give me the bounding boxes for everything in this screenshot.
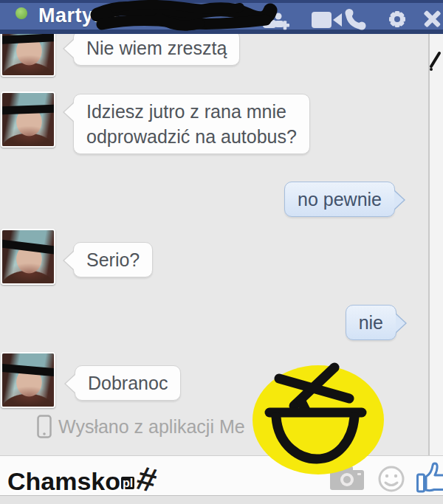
phone-call-icon[interactable] (344, 8, 366, 30)
video-call-icon[interactable] (312, 11, 343, 29)
chamsko-watermark: Chamsko pl # (7, 459, 157, 496)
incoming-message-bubble: Nie wiem zresztą (73, 30, 240, 66)
avatar-photo (2, 93, 54, 146)
incoming-message-bubble: Idziesz jutro z rana mnie odprowadzić na… (73, 94, 310, 154)
contact-avatar[interactable] (1, 352, 55, 408)
close-icon[interactable] (422, 9, 442, 29)
footer-strip (0, 495, 443, 504)
outgoing-message-bubble: nie (346, 305, 396, 340)
chat-header: Martyna (0, 0, 443, 34)
incoming-message-bubble: Serio? (73, 242, 153, 277)
sent-from-app-status: Wysłano z aplikacji Me (37, 415, 245, 438)
pen-mark (428, 41, 443, 71)
incoming-message-bubble: Dobranoc (75, 365, 181, 401)
status-text: Wysłano z aplikacji Me (58, 416, 245, 438)
settings-gear-icon[interactable] (386, 8, 408, 30)
outgoing-message-bubble: no pewnie (284, 182, 395, 217)
contact-avatar[interactable] (1, 229, 55, 285)
avatar-photo (2, 230, 54, 283)
chat-window: Martyna (0, 0, 443, 504)
thumbs-up-icon[interactable] (416, 460, 443, 497)
scrollbar-track[interactable] (428, 34, 443, 455)
laughing-smiley-sticker (252, 359, 389, 476)
avatar-photo (2, 353, 54, 407)
mobile-phone-icon (37, 415, 52, 438)
watermark-tld: pl (120, 475, 136, 491)
contact-avatar[interactable] (1, 92, 55, 148)
online-status-dot (16, 7, 27, 19)
censor-scribble (89, 0, 279, 34)
watermark-brand: Chamsko (7, 467, 120, 496)
